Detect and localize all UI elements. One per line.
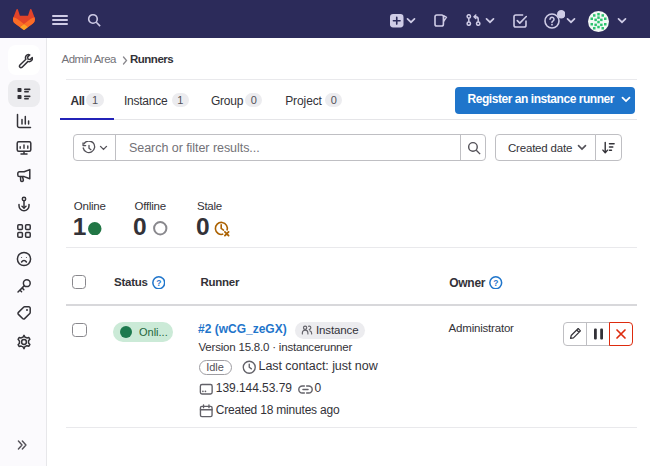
svg-text:?: ? — [156, 277, 161, 287]
svg-text:?: ? — [493, 277, 498, 287]
